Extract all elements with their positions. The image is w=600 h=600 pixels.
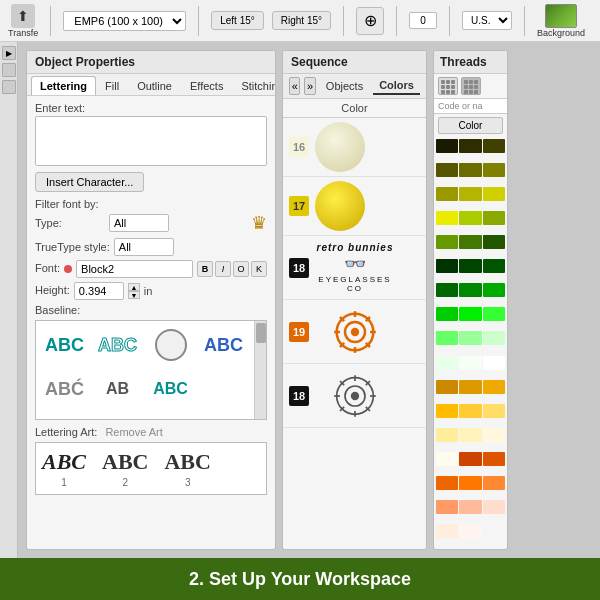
color-button-threads[interactable]: Color bbox=[438, 117, 503, 134]
sidebar-btn-1[interactable]: ▶ bbox=[2, 46, 16, 60]
left-rotate-button[interactable]: Left 15° bbox=[211, 11, 264, 30]
seq-tab-objects[interactable]: Objects bbox=[320, 78, 369, 94]
emp-selector[interactable]: EMP6 (100 x 100) bbox=[63, 11, 186, 31]
tab-outline[interactable]: Outline bbox=[128, 76, 181, 95]
thread-swatch-35[interactable] bbox=[483, 404, 505, 418]
abc-scrollbar[interactable] bbox=[254, 321, 266, 419]
font-btn-i[interactable]: I bbox=[215, 261, 231, 277]
background-button[interactable]: Background bbox=[537, 4, 585, 38]
thread-swatch-42[interactable] bbox=[436, 476, 458, 490]
abc-style-3[interactable]: ABC bbox=[199, 325, 248, 365]
thread-swatch-22[interactable] bbox=[459, 307, 481, 321]
thread-swatch-11[interactable] bbox=[483, 211, 505, 225]
thread-swatch-43[interactable] bbox=[459, 476, 481, 490]
font-btn-b[interactable]: B bbox=[197, 261, 213, 277]
thread-swatch-29[interactable] bbox=[483, 356, 505, 370]
thread-swatch-25[interactable] bbox=[459, 331, 481, 345]
seq-item-18b[interactable]: 18 bbox=[283, 364, 426, 428]
thread-swatch-36[interactable] bbox=[436, 428, 458, 442]
tab-effects[interactable]: Effects bbox=[181, 76, 232, 95]
seq-prev-btn[interactable]: « bbox=[289, 77, 300, 95]
sidebar-btn-2[interactable] bbox=[2, 63, 16, 77]
thread-swatch-9[interactable] bbox=[436, 211, 458, 225]
thread-swatch-12[interactable] bbox=[436, 235, 458, 249]
thread-swatch-23[interactable] bbox=[483, 307, 505, 321]
thread-swatch-18[interactable] bbox=[436, 283, 458, 297]
thread-swatch-34[interactable] bbox=[459, 404, 481, 418]
thread-swatch-10[interactable] bbox=[459, 211, 481, 225]
transfer-tool[interactable]: ⬆ Transfe bbox=[8, 4, 38, 38]
height-input[interactable] bbox=[74, 282, 124, 300]
thread-swatch-6[interactable] bbox=[436, 187, 458, 201]
tab-lettering[interactable]: Lettering bbox=[31, 76, 96, 95]
seq-item-16[interactable]: 16 bbox=[283, 118, 426, 177]
thread-swatch-44[interactable] bbox=[483, 476, 505, 490]
seq-item-18[interactable]: 18 retro bunnies 👓 EYEGLASSES CO bbox=[283, 236, 426, 300]
abc-art-3[interactable]: ABC 3 bbox=[164, 449, 210, 488]
height-down-btn[interactable]: ▼ bbox=[128, 291, 140, 299]
code-input[interactable]: Code or na bbox=[434, 99, 507, 114]
thread-swatch-48[interactable] bbox=[436, 524, 458, 538]
abc-style-4[interactable]: ABĆ bbox=[40, 369, 89, 409]
thread-swatch-3[interactable] bbox=[436, 163, 458, 177]
abc-style-5[interactable]: AB bbox=[93, 369, 142, 409]
right-rotate-button[interactable]: Right 15° bbox=[272, 11, 331, 30]
thread-swatch-1[interactable] bbox=[459, 139, 481, 153]
thread-swatch-15[interactable] bbox=[436, 259, 458, 273]
flag-selector[interactable]: U.S. bbox=[462, 11, 512, 30]
thread-swatch-37[interactable] bbox=[459, 428, 481, 442]
thread-swatch-31[interactable] bbox=[459, 380, 481, 394]
font-name[interactable]: Block2 bbox=[76, 260, 193, 278]
grid-icon-2[interactable] bbox=[461, 77, 481, 95]
seq-item-19[interactable]: 19 bbox=[283, 300, 426, 364]
svg-point-13 bbox=[351, 391, 359, 399]
abc-style-6[interactable]: ABC bbox=[146, 369, 195, 409]
thread-swatch-17[interactable] bbox=[483, 259, 505, 273]
thread-swatch-21[interactable] bbox=[436, 307, 458, 321]
grid-icon-1[interactable] bbox=[438, 77, 458, 95]
thread-swatch-47[interactable] bbox=[483, 500, 505, 514]
thread-swatch-38[interactable] bbox=[483, 428, 505, 442]
thread-swatch-41[interactable] bbox=[483, 452, 505, 466]
thread-swatch-20[interactable] bbox=[483, 283, 505, 297]
thread-swatch-39[interactable] bbox=[436, 452, 458, 466]
thread-swatch-30[interactable] bbox=[436, 380, 458, 394]
abc-art-1[interactable]: ABC 1 bbox=[42, 449, 86, 488]
abc-art-2[interactable]: ABC 2 bbox=[102, 449, 148, 488]
thread-swatch-46[interactable] bbox=[459, 500, 481, 514]
seq-next-btn[interactable]: » bbox=[304, 77, 315, 95]
thread-swatch-26[interactable] bbox=[483, 331, 505, 345]
tab-fill[interactable]: Fill bbox=[96, 76, 128, 95]
thread-swatch-16[interactable] bbox=[459, 259, 481, 273]
thread-swatch-33[interactable] bbox=[436, 404, 458, 418]
enter-text-area[interactable] bbox=[35, 116, 267, 166]
thread-swatch-32[interactable] bbox=[483, 380, 505, 394]
thread-swatch-19[interactable] bbox=[459, 283, 481, 297]
seq-item-17[interactable]: 17 bbox=[283, 177, 426, 236]
mirror-icon[interactable]: ⊕ bbox=[356, 7, 384, 35]
thread-swatch-14[interactable] bbox=[483, 235, 505, 249]
thread-swatch-45[interactable] bbox=[436, 500, 458, 514]
font-btn-o[interactable]: O bbox=[233, 261, 249, 277]
thread-swatch-24[interactable] bbox=[436, 331, 458, 345]
thread-swatch-13[interactable] bbox=[459, 235, 481, 249]
tab-stitching[interactable]: Stitching bbox=[232, 76, 276, 95]
thread-swatch-5[interactable] bbox=[483, 163, 505, 177]
remove-art-button[interactable]: Remove Art bbox=[105, 426, 162, 438]
thread-swatch-4[interactable] bbox=[459, 163, 481, 177]
thread-swatch-49[interactable] bbox=[459, 524, 481, 538]
height-up-btn[interactable]: ▲ bbox=[128, 283, 140, 291]
thread-swatch-40[interactable] bbox=[459, 452, 481, 466]
thread-swatch-7[interactable] bbox=[459, 187, 481, 201]
insert-char-button[interactable]: Insert Character... bbox=[35, 172, 144, 192]
thread-swatch-28[interactable] bbox=[459, 356, 481, 370]
sidebar-btn-3[interactable] bbox=[2, 80, 16, 94]
abc-style-2[interactable]: ABC bbox=[93, 325, 142, 365]
abc-style-1[interactable]: ABC bbox=[40, 325, 89, 365]
font-btn-k[interactable]: K bbox=[251, 261, 267, 277]
seq-tab-colors[interactable]: Colors bbox=[373, 77, 420, 95]
thread-swatch-27[interactable] bbox=[436, 356, 458, 370]
thread-swatch-8[interactable] bbox=[483, 187, 505, 201]
thread-swatch-2[interactable] bbox=[483, 139, 505, 153]
thread-swatch-0[interactable] bbox=[436, 139, 458, 153]
